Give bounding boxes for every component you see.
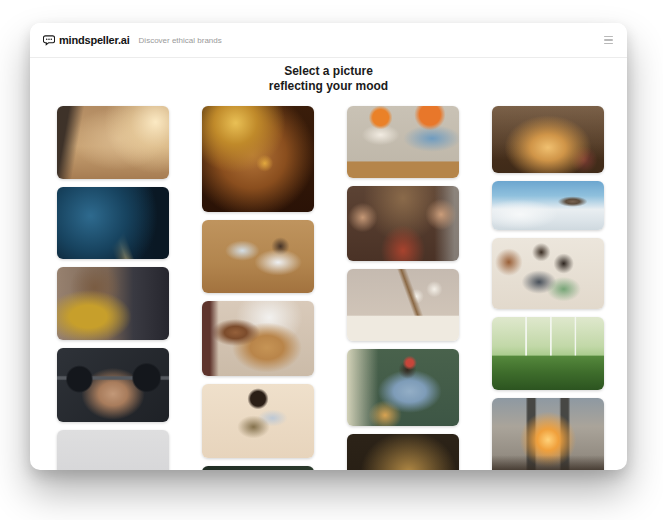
mood-image-woman-tan-shorts-handbag[interactable] (202, 301, 314, 376)
page-title-line1: Select a picture (30, 64, 627, 79)
grid-column-2 (202, 106, 314, 470)
logo[interactable]: mindspeller.ai (43, 34, 130, 46)
mood-image-wind-turbines-field[interactable] (492, 317, 604, 390)
grid-column-3 (347, 106, 459, 470)
mood-image-father-son-hardhats[interactable] (347, 106, 459, 178)
mood-image-afro-man-dancing[interactable] (202, 384, 314, 458)
page-title: Select a picture reflecting your mood (30, 64, 627, 94)
app-window: mindspeller.ai Discover ethical brands S… (30, 23, 627, 470)
mood-image-friends-cooking-kitchen[interactable] (492, 238, 604, 309)
page-title-line2: reflecting your mood (30, 79, 627, 94)
mood-image-woman-cafe-food[interactable] (347, 349, 459, 426)
mood-image-mountain-above-clouds[interactable] (492, 181, 604, 230)
logo-text: mindspeller.ai (59, 34, 130, 46)
header: mindspeller.ai Discover ethical brands (30, 23, 627, 58)
mood-image-folded-linen-cotton[interactable] (347, 269, 459, 341)
mood-picture-grid (30, 106, 627, 470)
mood-image-festival-crowd-sunset[interactable] (492, 398, 604, 470)
mood-image-friends-restaurant-dinner[interactable] (347, 186, 459, 261)
grid-column-4 (492, 106, 604, 470)
mood-image-warehouse-box-sorting[interactable] (202, 220, 314, 293)
grid-column-1 (57, 106, 169, 470)
mood-image-girl-playing-piano[interactable] (57, 267, 169, 340)
tagline: Discover ethical brands (139, 36, 222, 45)
mood-image-home-workout[interactable] (57, 106, 169, 179)
mood-image-saxophone-player[interactable] (57, 187, 169, 259)
mood-image-stage-folk-dancers[interactable] (347, 434, 459, 470)
mood-image-woman-weightlifting[interactable] (57, 348, 169, 422)
mood-image-group-jump-dance[interactable] (57, 430, 169, 470)
mood-image-golden-glitter-face[interactable] (202, 106, 314, 212)
chat-bubble-icon (43, 34, 55, 46)
hamburger-icon[interactable] (601, 33, 616, 48)
mood-image-dark-image-partial[interactable] (202, 466, 314, 470)
mood-image-family-blanket-fort[interactable] (492, 106, 604, 173)
